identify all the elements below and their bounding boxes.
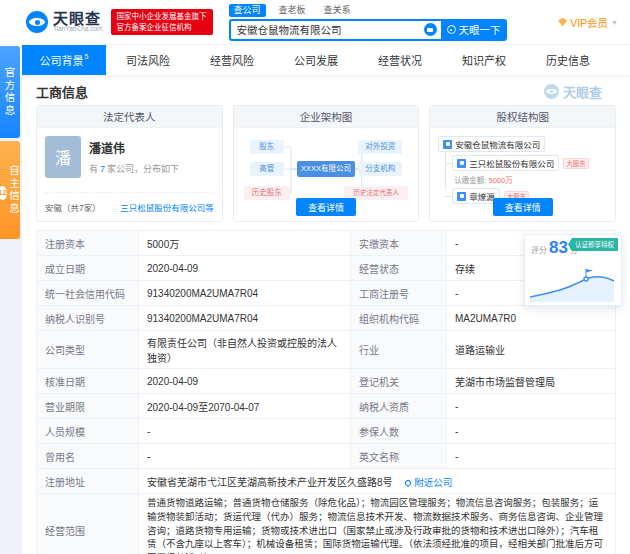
- watermark-text: 天眼查: [563, 82, 602, 101]
- industry-value: 道路运输业: [447, 331, 616, 369]
- registered-address-value: 安徽省芜湖市弋江区芜湖高新技术产业开发区久盛路8号: [147, 477, 393, 488]
- org-node-outbound-investment[interactable]: 对外投资: [358, 140, 402, 154]
- related-company-link[interactable]: 三只松鼠股份有限公司等: [120, 201, 214, 213]
- vip-link[interactable]: VIP会员 ▼: [558, 15, 618, 30]
- amount-value: 5000万: [489, 176, 513, 185]
- establishment-date-label: 成立日期: [37, 256, 139, 281]
- insured-count-label: 参保人数: [351, 419, 447, 444]
- score-value: 83: [549, 238, 568, 258]
- legal-rep-description: 有7家公司，分布如下: [89, 162, 179, 175]
- nav-tab-intellectual-property[interactable]: 知识产权: [442, 45, 526, 75]
- legal-representative-card: 法定代表人 潘 潘道伟 有7家公司，分布如下 安徽（共7家） 三只松鼠股份有限公…: [36, 105, 223, 222]
- former-name-label: 曾用名: [37, 444, 139, 469]
- vip-label: VIP会员: [570, 15, 608, 30]
- insured-count-value: -: [447, 419, 616, 444]
- row-approval-date: 核准日期 2020-04-09 登记机关 芜湖市市场监督管理局: [37, 369, 616, 394]
- former-name-value: -: [139, 444, 351, 469]
- org-node-branches[interactable]: 分支机构: [358, 162, 402, 176]
- search-input[interactable]: [237, 24, 421, 36]
- desc-prefix: 有: [89, 164, 98, 174]
- search-button-eye-icon: [447, 25, 456, 34]
- org-node-executives[interactable]: 高管: [250, 162, 284, 176]
- nav-tab-count: 5: [85, 53, 89, 60]
- nav-tab-label: 经营状况: [378, 52, 422, 68]
- side-tab-self-info[interactable]: 自主信息 12: [0, 141, 20, 239]
- nav-tab-operation-status[interactable]: 经营状况: [358, 45, 442, 75]
- logo-subtext: TianYanCha.com: [53, 26, 103, 33]
- search-input-wrap: [229, 19, 441, 41]
- amount-label: 认缴金额:: [454, 176, 486, 185]
- approval-date-label: 核准日期: [37, 369, 139, 394]
- business-scope-value: 普通货物道路运输；普通货物仓储服务（除危化品）；物流园区管理服务；物流信息咨询服…: [147, 496, 607, 554]
- search-tab-boss[interactable]: 查老板: [274, 4, 311, 17]
- row-company-type: 公司类型 有限责任公司（非自然人投资或控股的法人独资） 行业 道路运输业: [37, 331, 616, 369]
- company-count-link[interactable]: 7: [100, 164, 105, 174]
- score-label: 评分: [531, 244, 547, 255]
- search-tab-relation[interactable]: 查关系: [319, 4, 356, 17]
- row-registered-address: 注册地址 安徽省芜湖市弋江区芜湖高新技术产业开发区久盛路8号 附近公司: [37, 469, 616, 494]
- business-term-label: 营业期限: [37, 394, 139, 419]
- organization-code-label: 组织机构代码: [351, 306, 447, 331]
- nav-tab-history-info[interactable]: 历史信息: [526, 45, 610, 75]
- tianyancha-watermark-icon: [544, 84, 559, 99]
- official-info-label: 官方信息: [3, 67, 18, 117]
- self-info-count-badge: 12: [0, 186, 7, 200]
- nav-tab-label: 司法风险: [126, 52, 170, 68]
- tianyancha-watermark: 天眼查: [544, 82, 602, 101]
- legal-rep-name-link[interactable]: 潘道伟: [89, 139, 179, 156]
- registered-address-label: 注册地址: [37, 469, 139, 494]
- region-distribution[interactable]: 安徽（共7家）: [45, 201, 101, 213]
- nav-tab-label: 公司发展: [294, 52, 338, 68]
- registered-capital-label: 注册资本: [37, 231, 139, 256]
- nav-tab-operation-risk[interactable]: 经营风险: [190, 45, 274, 75]
- side-tab-official-info[interactable]: 官方信息: [0, 46, 20, 138]
- org-chart-detail-button[interactable]: 查看详情: [296, 198, 356, 216]
- nav-tab-label: 公司背景: [40, 52, 84, 68]
- major-shareholder-badge: 大股东: [563, 158, 589, 169]
- search-button[interactable]: 天眼一下: [441, 19, 507, 41]
- business-scope-label: 经营范围: [37, 494, 139, 554]
- registered-address-cell: 安徽省芜湖市弋江区芜湖高新技术产业开发区久盛路8号 附近公司: [139, 469, 616, 494]
- registration-number-label: 工商注册号: [351, 281, 447, 306]
- company-score-widget[interactable]: 认证即享特权 评分 83 分: [524, 234, 622, 306]
- business-status-label: 经营状态: [351, 256, 447, 281]
- subscribed-capital-note: 认缴金额: 5000万: [454, 174, 607, 185]
- equity-root-node[interactable]: 安徽仓鼠物流有限公司: [438, 136, 607, 152]
- equity-shareholder-node[interactable]: 三只松鼠股份有限公司 大股东: [452, 155, 607, 171]
- location-pin-icon: [404, 478, 412, 486]
- business-term-value: 2020-04-09至2070-04-07: [139, 394, 351, 419]
- taxpayer-id-label: 纳税人识别号: [37, 306, 139, 331]
- nav-tab-judicial-risk[interactable]: 司法风险: [106, 45, 190, 75]
- search-button-label: 天眼一下: [459, 22, 501, 37]
- tianyancha-logo[interactable]: 天眼查 TianYanCha.com: [26, 11, 103, 34]
- unified-social-credit-code-label: 统一社会信用代码: [37, 281, 139, 306]
- certification-ribbon[interactable]: 认证即享特权: [568, 238, 618, 251]
- search-tab-company[interactable]: 查公司: [229, 4, 266, 17]
- org-node-history-shareholders[interactable]: 历史股东: [244, 186, 290, 200]
- nav-tab-label: 知识产权: [462, 52, 506, 68]
- org-chart-preview[interactable]: 股东 高管 历史股东 对外投资 分支机构 历史法定代表人 XXXX有限公司: [242, 136, 411, 202]
- nearby-companies-label: 附近公司: [414, 477, 452, 488]
- taxpayer-qualification-label: 纳税人资质: [351, 394, 447, 419]
- nav-tab-company-development[interactable]: 公司发展: [274, 45, 358, 75]
- staff-size-value: -: [139, 419, 351, 444]
- slogan-line-1: 国家中小企业发展基金旗下: [117, 11, 207, 22]
- staff-size-label: 人员规模: [37, 419, 139, 444]
- nearby-companies-link[interactable]: 附近公司: [405, 477, 452, 488]
- row-staff-size: 人员规模 - 参保人数 -: [37, 419, 616, 444]
- company-nav-tabs: 公司背景5 司法风险 经营风险 公司发展 经营状况 知识产权 历史信息: [0, 44, 630, 75]
- official-certification-badge: 国家中小企业发展基金旗下 官方备案企业征信机构: [111, 9, 213, 36]
- equity-tree-preview[interactable]: 安徽仓鼠物流有限公司 三只松鼠股份有限公司 大股东 认缴金额: 5000万: [438, 136, 607, 204]
- company-node-icon: [457, 159, 466, 168]
- org-chart-card-title: 企业架构图: [234, 106, 419, 128]
- legal-rep-avatar[interactable]: 潘: [45, 136, 81, 178]
- org-node-shareholders[interactable]: 股东: [250, 140, 284, 154]
- tianyancha-eye-icon: [26, 11, 48, 33]
- row-former-name: 曾用名 - 英文名称 -: [37, 444, 616, 469]
- org-center-company-node[interactable]: XXXX有限公司: [297, 161, 355, 177]
- equity-chart-detail-button[interactable]: 查看详情: [493, 198, 553, 216]
- nav-tab-company-background[interactable]: 公司背景5: [22, 45, 106, 75]
- equity-structure-card: 股权结构图 安徽仓鼠物流有限公司 三只松鼠股份有限公司 大: [429, 105, 616, 222]
- unified-social-credit-code-value: 91340200MA2UMA7R04: [139, 281, 351, 306]
- camera-icon[interactable]: [424, 23, 437, 36]
